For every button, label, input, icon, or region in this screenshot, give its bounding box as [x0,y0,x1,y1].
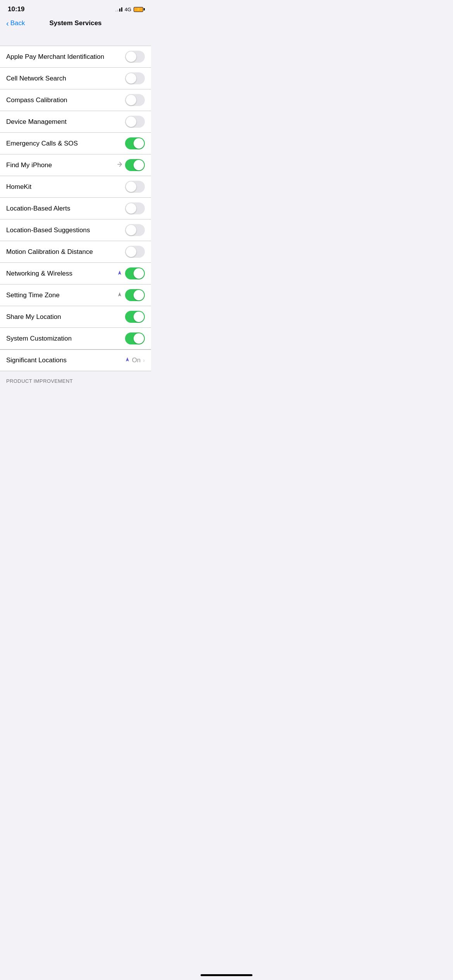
list-item: Setting Time Zone [0,284,151,306]
row-right [125,332,145,344]
status-icons: 4G ⚡ [115,7,143,12]
toggle-location-alerts[interactable] [125,202,145,214]
row-label-homekit: HomeKit [6,183,125,191]
row-label-apple-pay: Apple Pay Merchant Identification [6,53,125,61]
toggle-compass[interactable] [125,94,145,106]
product-improvement-header: PRODUCT IMPROVEMENT [0,374,151,387]
list-item: Location-Based Suggestions [0,219,151,241]
row-label-significant-locations: Significant Locations [6,356,125,364]
row-right [125,94,145,106]
row-label-find-iphone: Find My iPhone [6,161,117,169]
row-label-cell-network: Cell Network Search [6,75,125,82]
toggle-find-iphone[interactable] [125,159,145,171]
toggle-time-zone[interactable] [125,289,145,301]
back-chevron-icon: ‹ [6,19,9,27]
list-item: Compass Calibration [0,89,151,111]
row-right [125,72,145,84]
list-item: Apple Pay Merchant Identification [0,46,151,68]
toggle-device-mgmt[interactable] [125,116,145,128]
list-item: System Customization [0,328,151,350]
row-right [125,202,145,214]
back-button[interactable]: ‹ Back [6,19,25,27]
back-label: Back [10,19,25,27]
nav-header: ‹ Back System Services [0,16,151,32]
toggle-share-location[interactable] [125,311,145,323]
row-right [117,159,145,171]
list-item: Networking & Wireless [0,263,151,284]
battery-icon: ⚡ [134,7,143,12]
row-label-share-location: Share My Location [6,313,125,321]
row-right [125,246,145,258]
toggle-motion-calibration[interactable] [125,246,145,258]
row-right [125,116,145,128]
row-label-emergency: Emergency Calls & SOS [6,140,125,147]
toggle-location-suggestions[interactable] [125,224,145,236]
list-item: Share My Location [0,306,151,328]
list-item: Cell Network Search [0,68,151,89]
list-item: HomeKit [0,176,151,198]
product-improvement-label: PRODUCT IMPROVEMENT [6,378,73,384]
toggle-system-custom[interactable] [125,332,145,344]
location-arrow-gray-icon [117,162,122,168]
status-bar: 10:19 4G ⚡ [0,0,151,16]
list-item: Device Management [0,111,151,133]
list-item: Location-Based Alerts [0,198,151,219]
row-label-location-alerts: Location-Based Alerts [6,205,125,212]
row-label-system-custom: System Customization [6,335,125,343]
bottom-section: PRODUCT IMPROVEMENT [0,371,151,387]
row-label-time-zone: Setting Time Zone [6,291,117,299]
list-item: Motion Calibration & Distance [0,241,151,263]
row-right [125,137,145,149]
location-arrow-purple-icon [117,270,122,277]
signal-bars-icon [115,7,122,12]
chevron-right-icon: › [143,357,145,363]
location-arrow-purple2-icon [125,357,130,364]
row-label-location-suggestions: Location-Based Suggestions [6,226,125,234]
significant-locations-value: On [132,356,141,364]
settings-list: Apple Pay Merchant Identification Cell N… [0,46,151,350]
section-header-spacer [0,32,151,46]
row-right [125,311,145,323]
page-title: System Services [49,19,101,27]
status-time: 10:19 [8,5,24,13]
list-item: Find My iPhone [0,154,151,176]
row-right [125,51,145,63]
significant-locations-row[interactable]: Significant Locations On › [0,350,151,371]
network-type: 4G [125,7,131,12]
list-item: Emergency Calls & SOS [0,133,151,154]
row-right [125,181,145,193]
significant-right: On › [125,356,145,364]
row-right [117,267,145,279]
location-arrow-gray2-icon [117,292,122,299]
row-label-compass: Compass Calibration [6,96,125,104]
toggle-emergency[interactable] [125,137,145,149]
toggle-apple-pay[interactable] [125,51,145,63]
row-label-device-mgmt: Device Management [6,118,125,126]
row-right [125,224,145,236]
toggle-homekit[interactable] [125,181,145,193]
row-label-motion-calibration: Motion Calibration & Distance [6,248,125,256]
toggle-networking[interactable] [125,267,145,279]
row-right [117,289,145,301]
row-label-networking: Networking & Wireless [6,270,117,278]
toggle-cell-network[interactable] [125,72,145,84]
